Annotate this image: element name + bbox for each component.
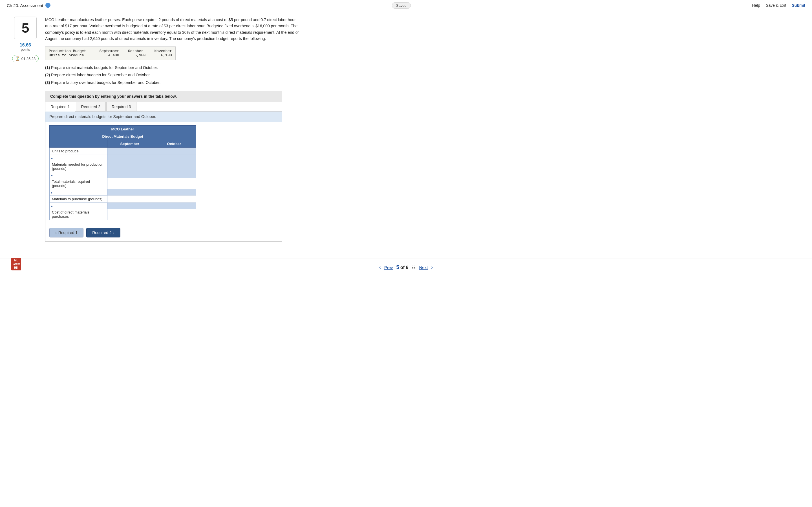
input-units-sep[interactable]: [110, 149, 150, 154]
row-label-blank4: ▶: [50, 203, 107, 209]
input-matpurch-sep[interactable]: [110, 196, 150, 202]
chapter-title: Ch 20: Assessment: [7, 3, 43, 8]
input-blank2-sep[interactable]: [109, 173, 151, 177]
cell-units-oct[interactable]: [152, 148, 196, 155]
prod-col2: September: [99, 49, 119, 53]
input-blank1-sep[interactable]: [109, 156, 151, 160]
total-pages: 6: [406, 265, 409, 270]
cell-blank4-oct[interactable]: [152, 203, 196, 209]
points-value: 16.66: [20, 43, 31, 48]
saved-badge-container: Saved: [392, 3, 411, 8]
tab-required3[interactable]: Required 3: [106, 102, 137, 111]
cell-matneeded-sep[interactable]: [107, 161, 152, 172]
tab-nav-buttons: ‹ Required 1 Required 2 ›: [45, 228, 282, 241]
current-page: 5: [396, 265, 399, 270]
input-blank4-sep[interactable]: [109, 203, 151, 208]
help-link[interactable]: Help: [752, 3, 760, 8]
row-label-materials-needed: Materials needed for production (pounds): [50, 161, 107, 172]
prod-budget-row: Units to produce 4,400 6,900 6,100: [49, 53, 172, 57]
cell-blank3-oct[interactable]: [152, 189, 196, 195]
required2-next-button[interactable]: Required 2 ›: [86, 228, 120, 237]
input-blank4-oct[interactable]: [153, 203, 195, 208]
timer-icon: ⏳: [15, 56, 20, 61]
prod-col1: Production Budget: [49, 49, 86, 53]
points-label: points: [20, 48, 31, 52]
header: Ch 20: Assessment i Saved Help Save & Ex…: [0, 0, 812, 11]
cell-blank1-sep[interactable]: [107, 155, 152, 161]
page-indicator: 5 of 6: [396, 265, 409, 270]
next-nav-label[interactable]: Next: [419, 265, 428, 270]
question-content: MCO Leather manufactures leather purses.…: [45, 17, 801, 242]
required1-prev-button[interactable]: ‹ Required 1: [49, 228, 84, 237]
row-label-materials-purchase: Materials to purchase (pounds): [50, 195, 107, 203]
table-header-row: September October: [50, 140, 196, 148]
input-units-oct[interactable]: [154, 149, 193, 154]
tab-required2[interactable]: Required 2: [76, 102, 106, 111]
next-chevron-icon: ›: [113, 230, 115, 235]
cell-matneeded-oct[interactable]: [152, 161, 196, 172]
question-number: 5: [22, 20, 29, 36]
save-exit-link[interactable]: Save & Exit: [766, 3, 786, 8]
input-matneeded-oct[interactable]: [154, 164, 193, 169]
input-costpurch-oct[interactable]: [154, 212, 193, 217]
cell-totmat-oct[interactable]: [152, 178, 196, 189]
prev-nav-label[interactable]: Prev: [384, 265, 393, 270]
main-content: 5 16.66 points ⏳ 01:25:23 MCO Leather ma…: [0, 11, 812, 247]
input-totmat-oct[interactable]: [154, 181, 193, 186]
row-label-total-materials: Total materials required (pounds): [50, 178, 107, 189]
input-blank2-oct[interactable]: [153, 173, 195, 177]
row-label-blank2: ▶: [50, 172, 107, 178]
sub-question-1: (1) Prepare direct materials budgets for…: [45, 64, 801, 71]
next-nav-arrow[interactable]: ›: [431, 265, 433, 270]
row-label-units: Units to produce: [50, 148, 107, 155]
bottom-nav-center: ‹ Prev 5 of 6 ☷ Next ›: [379, 265, 433, 270]
input-blank3-sep[interactable]: [109, 190, 151, 194]
prev-chevron-icon: ‹: [55, 230, 57, 235]
table-row: Units to produce: [50, 148, 196, 155]
tab-required1[interactable]: Required 1: [45, 102, 75, 112]
tabs-container: Required 1 Required 2 Required 3 Prepare…: [45, 102, 282, 242]
sub-questions: (1) Prepare direct materials budgets for…: [45, 64, 801, 87]
input-totmat-sep[interactable]: [110, 181, 150, 186]
cell-costpurch-sep[interactable]: [107, 209, 152, 220]
saved-badge: Saved: [392, 2, 411, 9]
timer-value: 01:25:23: [21, 57, 36, 61]
logo-line3: Hill: [13, 266, 20, 270]
input-blank3-oct[interactable]: [153, 190, 195, 194]
logo-line2: Graw: [13, 262, 20, 266]
grid-icon[interactable]: ☷: [412, 265, 416, 270]
cell-units-sep[interactable]: [107, 148, 152, 155]
prev-btn-label: Required 1: [58, 230, 78, 235]
prev-nav-arrow[interactable]: ‹: [379, 265, 381, 270]
col-header-sep: September: [107, 140, 152, 148]
cell-totmat-sep[interactable]: [107, 178, 152, 189]
cell-matpurch-sep[interactable]: [107, 195, 152, 203]
logo-box: Mc Graw Hill: [11, 258, 21, 270]
complete-instruction: Complete this question by entering your …: [45, 91, 282, 102]
cell-blank1-oct[interactable]: [152, 155, 196, 161]
prod-sep-val: 4,400: [108, 53, 119, 57]
cell-costpurch-oct[interactable]: [152, 209, 196, 220]
col-header-label: [50, 140, 107, 148]
prod-col4: November: [154, 49, 172, 53]
left-sidebar: 5 16.66 points ⏳ 01:25:23: [11, 17, 40, 242]
input-matneeded-sep[interactable]: [110, 164, 150, 169]
input-costpurch-sep[interactable]: [110, 212, 150, 217]
table-title-cell: Direct Materials Budget: [50, 133, 196, 140]
input-matpurch-oct[interactable]: [154, 196, 193, 202]
cell-blank3-sep[interactable]: [107, 189, 152, 195]
input-blank1-oct[interactable]: [153, 156, 195, 160]
submit-button[interactable]: Submit: [792, 3, 805, 8]
next-btn-label: Required 2: [92, 230, 112, 235]
prod-row-label: Units to produce: [49, 53, 84, 57]
points-container: 16.66 points: [20, 43, 31, 52]
cell-blank4-sep[interactable]: [107, 203, 152, 209]
cell-matpurch-oct[interactable]: [152, 195, 196, 203]
header-left: Ch 20: Assessment i: [7, 3, 50, 8]
bottom-navigation: Mc Graw Hill ‹ Prev 5 of 6 ☷ Next ›: [0, 259, 812, 276]
cell-blank2-sep[interactable]: [107, 172, 152, 178]
row-label-blank3: ▶: [50, 189, 107, 195]
cell-blank2-oct[interactable]: [152, 172, 196, 178]
info-icon[interactable]: i: [45, 3, 50, 8]
logo-line1: Mc: [13, 259, 20, 262]
